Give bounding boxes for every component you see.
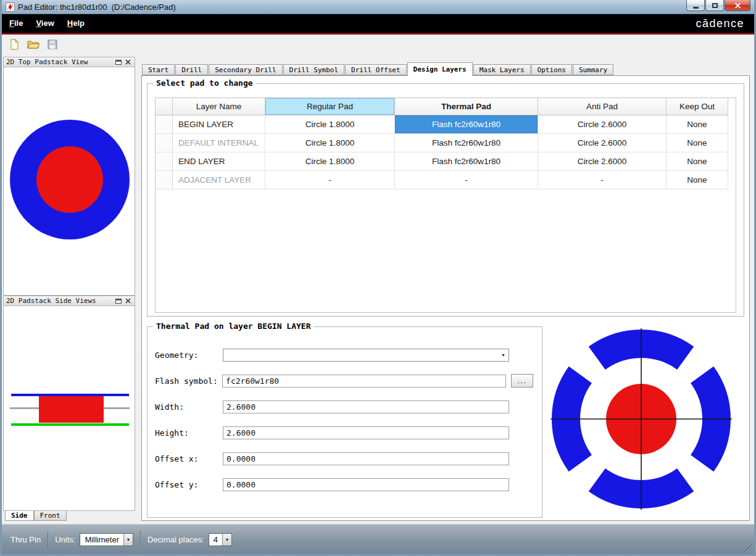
tab-mask-layers[interactable]: Mask Layers bbox=[473, 64, 531, 75]
cell-regular-pad[interactable]: - bbox=[265, 171, 395, 189]
side-pad-rect bbox=[39, 396, 104, 423]
cell-thermal-pad[interactable]: Flash fc2r60w1r80 bbox=[395, 134, 538, 152]
row-selector[interactable] bbox=[156, 134, 173, 152]
top-view-panel-title: 2D Top Padstack View bbox=[6, 58, 88, 66]
cell-layer-name[interactable]: DEFAULT INTERNAL bbox=[173, 134, 265, 152]
flash-symbol-label: Flash symbol: bbox=[155, 376, 222, 386]
design-layers-page: Select pad to change Layer Name Regular … bbox=[141, 75, 750, 521]
close-button[interactable] bbox=[725, 0, 750, 11]
row-selector[interactable] bbox=[156, 171, 173, 189]
open-folder-icon bbox=[27, 39, 40, 49]
new-file-button[interactable] bbox=[6, 36, 22, 52]
menu-view[interactable]: View bbox=[30, 14, 59, 33]
tab-secondary-drill[interactable]: Secondary Drill bbox=[209, 64, 282, 75]
browse-flash-button[interactable]: ... bbox=[511, 374, 533, 388]
cell-anti-pad[interactable]: - bbox=[538, 171, 667, 189]
cell-thermal-pad-selected[interactable]: Flash fc2r60w1r80 bbox=[395, 115, 538, 134]
resize-grip[interactable] bbox=[744, 544, 752, 552]
title-bar[interactable]: Pad Editor: thc1r80d1r00 (D:/Cadence/Pad… bbox=[2, 0, 754, 14]
tab-bar: Start Drill Secondary Drill Drill Symbol… bbox=[141, 62, 750, 75]
new-file-icon bbox=[9, 39, 20, 50]
tab-drill-symbol[interactable]: Drill Symbol bbox=[283, 64, 344, 75]
cell-keep-out[interactable]: None bbox=[667, 115, 728, 134]
cell-layer-name[interactable]: BEGIN LAYER bbox=[173, 115, 265, 134]
pin-type-label: Thru Pin bbox=[10, 535, 41, 544]
col-header-regular-pad[interactable]: Regular Pad bbox=[265, 98, 395, 115]
thermal-pad-preview bbox=[549, 326, 734, 512]
geometry-label: Geometry: bbox=[155, 351, 223, 360]
open-file-button[interactable] bbox=[25, 36, 41, 52]
tab-start[interactable]: Start bbox=[142, 64, 175, 75]
top-padstack-view bbox=[3, 67, 135, 296]
cell-anti-pad[interactable]: Circle 2.6000 bbox=[538, 134, 667, 152]
app-icon[interactable] bbox=[6, 2, 15, 12]
save-button[interactable] bbox=[44, 36, 60, 52]
close-panel-icon bbox=[125, 59, 131, 65]
cell-thermal-pad[interactable]: Flash fc2r60w1r80 bbox=[395, 152, 538, 171]
offset-y-input[interactable] bbox=[223, 478, 509, 491]
pad-table: Layer Name Regular Pad Thermal Pad Anti … bbox=[156, 98, 736, 189]
statusbar-separator bbox=[140, 531, 141, 548]
offset-x-label: Offset x: bbox=[155, 454, 223, 463]
float-panel-button[interactable] bbox=[114, 59, 122, 66]
col-header-keep-out[interactable]: Keep Out bbox=[667, 98, 728, 115]
select-pad-group-title: Select pad to change bbox=[153, 78, 256, 88]
menu-file[interactable]: File bbox=[4, 14, 28, 33]
row-selector[interactable] bbox=[156, 152, 173, 171]
cell-anti-pad[interactable]: Circle 2.6000 bbox=[538, 115, 667, 134]
maximize-icon bbox=[712, 3, 718, 8]
cell-regular-pad[interactable]: Circle 1.8000 bbox=[265, 134, 395, 152]
tab-drill-offset[interactable]: Drill Offset bbox=[345, 64, 406, 75]
cell-keep-out[interactable]: None bbox=[667, 171, 728, 189]
tab-summary[interactable]: Summary bbox=[573, 64, 613, 75]
menu-help[interactable]: Help bbox=[62, 14, 90, 33]
chevron-down-icon: ▼ bbox=[222, 534, 231, 546]
cell-thermal-pad[interactable]: - bbox=[395, 171, 538, 189]
top-view-panel-header: 2D Top Padstack View bbox=[3, 57, 135, 67]
tab-front[interactable]: Front bbox=[34, 511, 67, 521]
tab-drill[interactable]: Drill bbox=[175, 64, 208, 75]
tab-options[interactable]: Options bbox=[531, 64, 572, 75]
main-panel: Start Drill Secondary Drill Drill Symbol… bbox=[135, 57, 754, 524]
col-header-layer-name[interactable]: Layer Name bbox=[173, 98, 265, 115]
geometry-dropdown[interactable]: ▼ bbox=[223, 349, 509, 362]
decimal-places-label: Decimal places: bbox=[147, 535, 204, 544]
close-panel-button[interactable] bbox=[124, 297, 132, 305]
tab-side[interactable]: Side bbox=[5, 511, 34, 521]
float-icon bbox=[115, 59, 122, 65]
flash-symbol-input[interactable] bbox=[222, 375, 506, 388]
minimize-button[interactable] bbox=[686, 0, 705, 11]
menu-bar: File View Help cādence bbox=[2, 14, 754, 33]
cell-regular-pad[interactable]: Circle 1.8000 bbox=[265, 152, 395, 171]
height-input[interactable] bbox=[223, 426, 509, 439]
float-panel-button[interactable] bbox=[114, 297, 122, 305]
decimal-places-value: 4 bbox=[209, 534, 222, 546]
col-header-anti-pad[interactable]: Anti Pad bbox=[538, 98, 667, 115]
tab-design-layers[interactable]: Design Layers bbox=[407, 62, 473, 76]
close-panel-button[interactable] bbox=[124, 59, 132, 66]
select-pad-group: Select pad to change Layer Name Regular … bbox=[147, 83, 744, 317]
side-bottom-layer-line bbox=[11, 423, 129, 426]
cell-layer-name[interactable]: ADJACENT LAYER bbox=[173, 171, 265, 189]
save-icon bbox=[48, 39, 57, 49]
width-input[interactable] bbox=[223, 400, 509, 413]
offset-x-input[interactable] bbox=[223, 452, 509, 465]
cell-keep-out[interactable]: None bbox=[667, 134, 728, 152]
cell-regular-pad[interactable]: Circle 1.8000 bbox=[265, 115, 395, 134]
cell-keep-out[interactable]: None bbox=[667, 152, 728, 171]
side-padstack-view bbox=[3, 306, 135, 511]
decimal-places-dropdown[interactable]: 4 ▼ bbox=[209, 533, 232, 546]
close-icon bbox=[734, 2, 741, 9]
width-label: Width: bbox=[155, 402, 223, 412]
maximize-button[interactable] bbox=[705, 0, 724, 11]
units-dropdown[interactable]: Millimeter ▼ bbox=[80, 533, 133, 546]
row-selector[interactable] bbox=[156, 115, 173, 134]
col-header-thermal-pad[interactable]: Thermal Pad bbox=[395, 98, 538, 115]
minimize-icon bbox=[693, 7, 699, 9]
cell-anti-pad[interactable]: Circle 2.6000 bbox=[538, 152, 667, 171]
side-view-panel-header: 2D Padstack Side Views bbox=[3, 296, 135, 306]
units-value: Millimeter bbox=[80, 534, 123, 546]
cell-layer-name[interactable]: END LAYER bbox=[173, 152, 265, 171]
units-label: Units: bbox=[55, 535, 75, 544]
side-view-tabs: Side Front bbox=[3, 511, 135, 521]
